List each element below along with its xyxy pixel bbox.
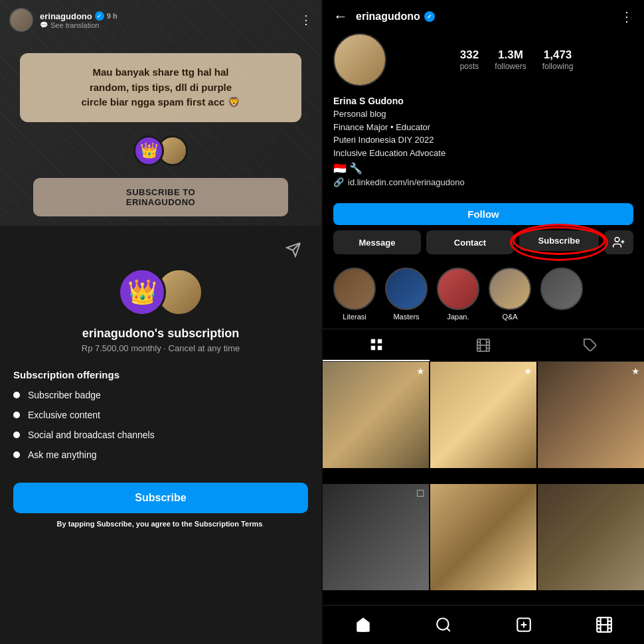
profile-more-button[interactable]: ⋮ bbox=[620, 9, 633, 25]
star-icon-2: ★ bbox=[524, 366, 532, 376]
story-avatar bbox=[9, 8, 33, 32]
profile-picture bbox=[333, 33, 386, 86]
highlight-qa[interactable]: Q&A bbox=[489, 268, 531, 321]
translation-text: See translation bbox=[50, 21, 99, 29]
crown-bubble: 👑 bbox=[133, 135, 164, 166]
nav-reels[interactable] bbox=[564, 612, 644, 637]
offering-text-2: Exclusive content bbox=[28, 410, 100, 420]
tab-tagged[interactable] bbox=[537, 329, 644, 361]
header-username: erinagudono bbox=[356, 11, 420, 23]
stat-followers: 1.3M followers bbox=[495, 48, 526, 71]
verified-badge: ✓ bbox=[95, 11, 104, 21]
bio-name: Erina S Gudono bbox=[333, 96, 633, 106]
sub-crown-bubble: 👑 bbox=[118, 268, 166, 316]
tab-reels[interactable] bbox=[430, 329, 536, 361]
profile-picture-image bbox=[335, 35, 385, 85]
star-icon-3: ★ bbox=[631, 366, 640, 376]
bio-line-2: Finance Major • Educator bbox=[333, 121, 633, 134]
bio-line-4: Inclusive Education Advocate bbox=[333, 147, 633, 160]
grid-post-1[interactable]: ★ bbox=[323, 362, 429, 468]
link-text: id.linkedin.com/in/erinagudono bbox=[348, 177, 465, 187]
stat-posts: 332 posts bbox=[460, 48, 479, 71]
subscribe-btn-wrapper: Subscribe bbox=[519, 230, 599, 254]
offering-item-4: Ask me anything bbox=[13, 449, 308, 460]
star-icon-1: ★ bbox=[416, 366, 425, 376]
nav-home[interactable] bbox=[323, 612, 403, 637]
highlight-label-masters: Masters bbox=[393, 313, 419, 321]
offering-dot-4 bbox=[13, 451, 20, 458]
grid-post-4[interactable]: ☐ bbox=[323, 484, 429, 590]
highlights-section: Literasi Masters Japan. Q&A bbox=[323, 262, 644, 329]
subscription-avatars: 👑 bbox=[13, 268, 308, 316]
tools-emoji: 🔧 bbox=[349, 162, 362, 175]
offering-text-3: Social and broadcast channels bbox=[28, 430, 155, 440]
header-verified-badge: ✓ bbox=[424, 11, 435, 22]
svg-rect-3 bbox=[370, 339, 374, 343]
avatar-image bbox=[11, 9, 32, 31]
grid-post-2[interactable]: ★ bbox=[430, 362, 536, 468]
svg-rect-6 bbox=[377, 346, 381, 350]
posts-grid: ★ ★ ★ ☐ bbox=[323, 362, 644, 605]
profile-info-section: 332 posts 1.3M followers 1,473 following… bbox=[323, 33, 644, 203]
highlight-literasi[interactable]: Literasi bbox=[333, 268, 376, 321]
following-label: following bbox=[542, 62, 574, 71]
contact-button[interactable]: Contact bbox=[426, 230, 514, 254]
story-section: erinagudono ✓ 9 h 💬 See translation ⋮ Ma… bbox=[0, 0, 321, 226]
profile-actions: Follow Message Contact Subscribe bbox=[323, 203, 644, 262]
action-row: Message Contact Subscribe bbox=[333, 230, 633, 254]
follow-button[interactable]: Follow bbox=[333, 203, 633, 225]
nav-add[interactable] bbox=[483, 612, 564, 637]
terms-text: By tapping Subscribe, you agree to the bbox=[57, 520, 193, 528]
subscription-terms: By tapping Subscribe, you agree to the S… bbox=[13, 520, 308, 528]
highlight-circle-extra bbox=[540, 268, 583, 310]
grid-post-3[interactable]: ★ bbox=[538, 362, 644, 468]
sub-crown-icon: 👑 bbox=[127, 278, 157, 306]
add-person-button[interactable] bbox=[604, 230, 633, 254]
following-count: 1,473 bbox=[542, 48, 574, 62]
bio-line-3: Puteri Indonesia DIY 2022 bbox=[333, 133, 633, 147]
highlight-extra[interactable] bbox=[540, 268, 583, 321]
subscription-section: 👑 erinagudono's subscription Rp 7.500,00… bbox=[0, 226, 321, 644]
nav-search[interactable] bbox=[403, 612, 483, 637]
story-translation[interactable]: 💬 See translation bbox=[40, 21, 293, 29]
right-panel: ← erinagudono ✓ ⋮ 332 posts 1.3M followe… bbox=[323, 0, 644, 644]
story-subscribe-box[interactable]: SUBSCRIBE TOERINAGUDONO bbox=[33, 178, 288, 216]
subscription-title: erinagudono's subscription bbox=[13, 327, 308, 341]
tab-grid[interactable] bbox=[323, 329, 430, 361]
story-more-button[interactable]: ⋮ bbox=[300, 13, 312, 27]
highlight-circle-qa bbox=[489, 268, 531, 310]
bio-line-1: Personal blog bbox=[333, 108, 633, 121]
send-icon[interactable] bbox=[285, 242, 301, 262]
highlight-circle-masters bbox=[385, 268, 428, 310]
offering-item-2: Exclusive content bbox=[13, 410, 308, 420]
grid-post-6[interactable] bbox=[538, 484, 644, 590]
svg-rect-4 bbox=[377, 339, 381, 343]
story-time: 9 h bbox=[107, 12, 118, 20]
profile-header: ← erinagudono ✓ ⋮ bbox=[323, 0, 644, 33]
profile-top-row: 332 posts 1.3M followers 1,473 following bbox=[333, 33, 633, 86]
highlight-masters[interactable]: Masters bbox=[385, 268, 428, 321]
posts-label: posts bbox=[460, 62, 479, 71]
subscribe-action-button[interactable]: Subscribe bbox=[519, 230, 599, 251]
offering-dot-1 bbox=[13, 392, 20, 398]
bio-emoji-row: 🇮🇩 🔧 bbox=[333, 162, 633, 175]
story-subscribe-text: SUBSCRIBE TOERINAGUDONO bbox=[46, 187, 275, 207]
offerings-title: Subscription offerings bbox=[13, 369, 308, 380]
story-header: erinagudono ✓ 9 h 💬 See translation ⋮ bbox=[0, 0, 321, 40]
posts-count: 332 bbox=[460, 48, 479, 62]
highlight-japan[interactable]: Japan. bbox=[437, 268, 479, 321]
subscription-price: Rp 7.500,00 monthly · Cancel at any time bbox=[13, 343, 308, 353]
grid-post-5[interactable] bbox=[430, 484, 536, 590]
bio-link[interactable]: 🔗 id.linkedin.com/in/erinagudono bbox=[333, 177, 633, 187]
profile-header-name: erinagudono ✓ bbox=[356, 11, 612, 23]
back-button[interactable]: ← bbox=[333, 8, 348, 25]
message-button[interactable]: Message bbox=[333, 230, 421, 254]
flag-emoji: 🇮🇩 bbox=[333, 162, 347, 175]
subscribe-button[interactable]: Subscribe bbox=[13, 483, 308, 513]
terms-link[interactable]: Subscription Terms bbox=[195, 520, 262, 528]
profile-tabs bbox=[323, 329, 644, 362]
highlight-circle-literasi bbox=[333, 268, 376, 310]
left-panel: erinagudono ✓ 9 h 💬 See translation ⋮ Ma… bbox=[0, 0, 321, 644]
svg-point-16 bbox=[437, 618, 448, 629]
followers-count: 1.3M bbox=[495, 48, 526, 62]
